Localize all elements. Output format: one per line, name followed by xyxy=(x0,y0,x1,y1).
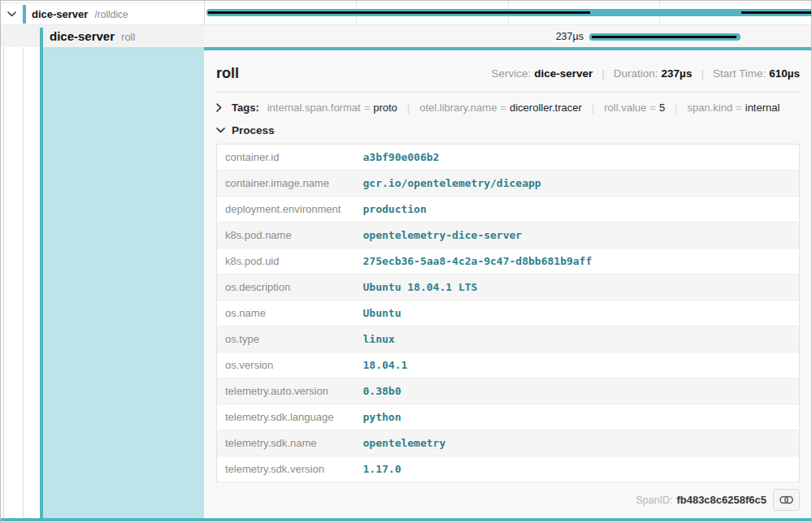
process-key: container.id xyxy=(217,145,355,171)
process-key: os.name xyxy=(217,300,355,326)
process-value: 0.38b0 xyxy=(355,378,800,404)
tag-key: internal.span.format xyxy=(267,102,361,114)
table-row: telemetry.sdk.nameopentelemetry xyxy=(217,430,800,456)
equals-sign: = xyxy=(500,102,506,114)
span-timeline-cell: 237µs xyxy=(205,25,811,47)
span-timeline-cell xyxy=(205,3,811,24)
separator: | xyxy=(701,67,704,80)
link-icon xyxy=(779,495,793,504)
tag-value: internal xyxy=(745,102,780,114)
tag-value: diceroller.tracer xyxy=(510,102,582,114)
tag-key: span.kind xyxy=(688,102,733,114)
equals-sign: = xyxy=(736,102,742,114)
process-key: os.description xyxy=(217,274,355,300)
tag-item: roll.value=5 xyxy=(604,102,665,114)
process-key: k8s.pod.uid xyxy=(217,249,355,274)
process-value: 18.04.1 xyxy=(355,352,800,378)
process-value: Ubuntu 18.04.1 LTS xyxy=(355,274,800,300)
process-value: gcr.io/opentelemetry/diceapp xyxy=(355,171,800,197)
span-detail-row: roll Service:dice-server|Duration:237µs|… xyxy=(1,47,811,518)
span-detail-footer: SpanID: fb483c8c6258f6c5 xyxy=(216,482,800,518)
process-value: python xyxy=(355,404,800,430)
separator: | xyxy=(675,102,677,114)
tag-item: otel.library.name=diceroller.tracer xyxy=(419,102,582,114)
spanid-label: SpanID: xyxy=(636,495,672,506)
deep-link-button[interactable] xyxy=(773,489,800,511)
span-name-column[interactable]: dice-server/rolldice xyxy=(1,3,204,24)
spanid-value: fb483c8c6258f6c5 xyxy=(676,494,766,506)
tag-value: 5 xyxy=(659,102,665,114)
span-detail-panel: roll Service:dice-server|Duration:237µs|… xyxy=(204,47,811,518)
span-color-bar xyxy=(40,28,43,48)
service-value: dice-server xyxy=(534,67,593,80)
process-section-label: Process xyxy=(232,124,275,136)
table-row: k8s.pod.uid275ecb36-5aa8-4c2a-9c47-d8bb6… xyxy=(217,249,800,274)
span-bar-roll[interactable] xyxy=(589,33,740,41)
service-label: Service: xyxy=(491,67,531,80)
tag-key: roll.value xyxy=(604,102,646,114)
tag-value: proto xyxy=(373,102,397,114)
process-key: telemetry.sdk.version xyxy=(217,456,355,482)
process-value: production xyxy=(355,197,800,223)
separator: | xyxy=(601,67,605,80)
equals-sign: = xyxy=(364,102,371,114)
operation-name: roll xyxy=(121,31,135,43)
table-row: deployment.environmentproduction xyxy=(217,197,800,223)
tags-section-label: Tags: xyxy=(232,102,259,114)
table-row: telemetry.auto.version0.38b0 xyxy=(217,378,800,404)
table-row: k8s.pod.nameopentelemetry-dice-server xyxy=(217,223,800,249)
process-key: telemetry.sdk.language xyxy=(217,404,355,430)
process-value: 275ecb36-5aa8-4c2a-9c47-d8bb681b9aff xyxy=(355,249,800,274)
collapse-chevron-icon[interactable] xyxy=(7,9,16,19)
process-key: container.image.name xyxy=(217,171,355,197)
process-value: Ubuntu xyxy=(355,300,800,326)
trace-timeline: dice-server/rolldice dice-serverroll 237… xyxy=(1,1,811,47)
critical-path-segment xyxy=(592,36,736,38)
process-key: deployment.environment xyxy=(217,197,355,223)
start-time-label: Start Time: xyxy=(713,67,766,80)
tag-key: otel.library.name xyxy=(419,102,497,114)
tags-section-toggle[interactable]: Tags: internal.span.format=proto | otel.… xyxy=(216,93,800,121)
span-color-bar xyxy=(23,5,26,24)
table-row: os.version18.04.1 xyxy=(217,352,800,378)
indent-guide xyxy=(3,47,4,518)
span-name-column[interactable]: dice-serverroll xyxy=(1,25,204,47)
table-row: telemetry.sdk.languagepython xyxy=(217,404,800,430)
service-name: dice-server xyxy=(32,8,88,20)
table-row: telemetry.sdk.version1.17.0 xyxy=(217,456,800,482)
process-value: opentelemetry-dice-server xyxy=(355,223,800,249)
jaeger-trace-view: dice-server/rolldice dice-serverroll 237… xyxy=(0,0,812,523)
tag-item: span.kind=internal xyxy=(688,102,780,114)
span-duration-label: 237µs xyxy=(556,31,584,42)
duration-value: 237µs xyxy=(662,67,693,80)
indent-guide xyxy=(23,47,24,518)
process-key: os.type xyxy=(217,326,355,352)
separator: | xyxy=(592,102,594,114)
process-key: telemetry.auto.version xyxy=(217,378,355,404)
selected-span-tint xyxy=(43,47,204,518)
table-row: container.image.namegcr.io/opentelemetry… xyxy=(217,171,800,197)
table-row: os.typelinux xyxy=(217,326,800,352)
process-key: os.version xyxy=(217,352,355,378)
duration-label: Duration: xyxy=(614,67,658,80)
process-key: k8s.pod.name xyxy=(217,223,355,249)
service-name: dice-server xyxy=(50,29,115,43)
process-section-toggle[interactable]: Process xyxy=(216,121,800,144)
process-key-value-table: container.ida3bf90e006b2 container.image… xyxy=(216,144,800,482)
span-row-roll-selected[interactable]: dice-serverroll 237µs xyxy=(1,24,811,47)
start-time-value: 610µs xyxy=(769,67,800,80)
adjacent-span-bar xyxy=(1,518,811,521)
span-overview: Service:dice-server|Duration:237µs|Start… xyxy=(491,67,800,80)
process-value: opentelemetry xyxy=(355,430,800,456)
separator: | xyxy=(407,102,410,114)
critical-path-segment xyxy=(741,11,811,14)
chevron-right-icon xyxy=(216,103,226,112)
process-value: linux xyxy=(355,326,800,352)
operation-name: /rolldice xyxy=(94,9,128,20)
process-value: 1.17.0 xyxy=(355,456,800,482)
span-bar-rolldice[interactable] xyxy=(206,9,811,16)
process-value: a3bf90e006b2 xyxy=(355,145,800,171)
tag-item: internal.span.format=proto xyxy=(267,102,397,114)
span-row-rolldice[interactable]: dice-server/rolldice xyxy=(1,2,811,24)
critical-path-segment xyxy=(208,11,590,14)
